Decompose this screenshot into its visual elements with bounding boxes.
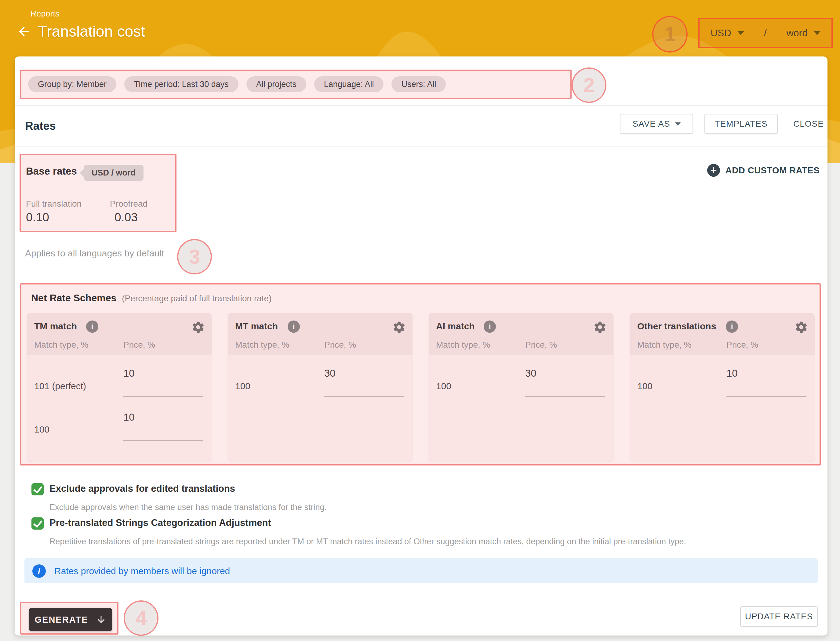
- price-input[interactable]: 30: [525, 367, 605, 397]
- price-value: 10: [123, 367, 135, 379]
- info-banner: Rates provided by members will be ignore…: [24, 558, 818, 583]
- net-rate-schemes-title: Net Rate Schemes: [31, 292, 116, 304]
- match-type-value: 100: [34, 424, 50, 435]
- chevron-down-icon: [675, 122, 680, 126]
- annotation-step-2-number: 2: [584, 74, 595, 97]
- checkbox-exclude-approvals-description: Exclude approvals when the same user has…: [50, 503, 327, 512]
- currency-unit-separator: /: [764, 27, 767, 39]
- card-title: Other translations: [637, 321, 716, 332]
- currency-unit-badge: USD / word: [84, 165, 143, 181]
- breadcrumb[interactable]: Reports: [31, 9, 60, 19]
- price-input[interactable]: 10: [726, 367, 806, 397]
- rates-panel: Group by: Member Time period: Last 30 da…: [15, 56, 827, 636]
- currency-dropdown[interactable]: USD: [711, 27, 744, 39]
- chevron-down-icon: [814, 31, 821, 35]
- price-value: 10: [123, 411, 135, 423]
- price-input[interactable]: 10: [123, 411, 203, 441]
- annotation-step-1: 1: [652, 16, 688, 53]
- info-icon[interactable]: [288, 320, 300, 333]
- annotation-step-2: 2: [572, 68, 606, 103]
- input-underline: [26, 231, 89, 231]
- checkbox-exclude-approvals[interactable]: [31, 483, 44, 495]
- gear-icon[interactable]: [192, 320, 205, 334]
- price-column-label: Price, %: [525, 340, 557, 350]
- page-title-row: Translation cost: [16, 23, 145, 40]
- match-type-column-label: Match type, %: [235, 340, 289, 350]
- filter-chip-time-period[interactable]: Time period: Last 30 days: [124, 76, 239, 92]
- net-rate-card-ai-match: AI match Match type, % Price, % 100 30: [429, 313, 613, 462]
- annotation-step-4: 4: [124, 601, 158, 636]
- full-translation-input[interactable]: 0.10: [26, 211, 49, 224]
- net-rate-card-tm-match: TM match Match type, % Price, % 101 (per…: [27, 313, 211, 462]
- filter-chips-row: Group by: Member Time period: Last 30 da…: [21, 71, 571, 98]
- close-button[interactable]: CLOSE: [792, 114, 825, 134]
- add-custom-rates-button[interactable]: ADD CUSTOM RATES: [707, 164, 819, 177]
- currency-unit-selector-annotated: USD / word: [698, 18, 833, 48]
- filter-chip-language[interactable]: Language: All: [314, 76, 384, 92]
- card-title: TM match: [34, 321, 77, 332]
- net-rate-card-mt-match: MT match Match type, % Price, % 100 30: [228, 313, 413, 462]
- add-custom-rates-label: ADD CUSTOM RATES: [726, 166, 819, 176]
- price-input[interactable]: 10: [123, 367, 203, 397]
- annotation-box-generate: GENERATE: [20, 602, 118, 635]
- gear-icon[interactable]: [392, 320, 406, 334]
- gear-icon[interactable]: [593, 320, 607, 334]
- price-column-label: Price, %: [726, 340, 758, 350]
- save-as-label: SAVE AS: [632, 119, 670, 129]
- update-rates-label: UPDATE RATES: [745, 612, 813, 622]
- card-header: TM match Match type, % Price, %: [27, 313, 211, 355]
- filter-chip-users[interactable]: Users: All: [392, 76, 446, 92]
- annotation-step-3: 3: [177, 239, 212, 274]
- generate-button[interactable]: GENERATE: [29, 608, 112, 631]
- card-title: MT match: [235, 321, 278, 332]
- back-arrow-icon[interactable]: [16, 24, 31, 39]
- annotation-box-base-rates: Base rates USD / word Full translation 0…: [19, 154, 176, 232]
- card-title: AI match: [436, 321, 475, 332]
- filter-chip-group-by[interactable]: Group by: Member: [28, 76, 116, 92]
- price-value: 30: [525, 367, 537, 379]
- templates-button[interactable]: TEMPLATES: [705, 114, 778, 134]
- save-as-button[interactable]: SAVE AS: [620, 114, 693, 134]
- generate-label: GENERATE: [35, 615, 88, 625]
- net-rate-schemes-header: Net Rate Schemes (Percentage paid of ful…: [31, 292, 272, 304]
- chevron-down-icon: [737, 31, 744, 35]
- gear-icon[interactable]: [795, 320, 808, 334]
- checkbox-exclude-approvals-label: Exclude approvals for edited translation…: [50, 483, 235, 494]
- page-title: Translation cost: [38, 23, 145, 40]
- plus-icon: [707, 164, 720, 177]
- card-header: MT match Match type, % Price, %: [228, 313, 413, 355]
- net-rate-schemes-subtitle: (Percentage paid of full translation rat…: [122, 294, 271, 303]
- price-column-label: Price, %: [324, 340, 356, 350]
- match-type-value: 100: [637, 381, 653, 391]
- match-type-value: 101 (perfect): [34, 381, 86, 391]
- full-translation-label: Full translation: [26, 199, 82, 209]
- match-type-value: 100: [436, 381, 451, 391]
- filter-chip-projects[interactable]: All projects: [247, 76, 306, 92]
- match-type-column-label: Match type, %: [637, 340, 691, 350]
- annotation-box-net-rate-schemes: Net Rate Schemes (Percentage paid of ful…: [20, 283, 821, 465]
- unit-dropdown[interactable]: word: [787, 27, 821, 39]
- price-column-label: Price, %: [123, 340, 155, 350]
- annotation-step-4-number: 4: [135, 607, 147, 630]
- update-rates-button[interactable]: UPDATE RATES: [740, 606, 818, 627]
- unit-value: word: [787, 27, 808, 39]
- match-type-column-label: Match type, %: [436, 340, 490, 350]
- divider: [15, 147, 827, 147]
- match-type-value: 100: [235, 381, 250, 391]
- price-value: 10: [726, 367, 738, 379]
- price-value: 30: [324, 367, 335, 379]
- annotation-step-3-number: 3: [189, 245, 200, 268]
- proofread-input[interactable]: 0.03: [114, 211, 138, 224]
- proofread-label: Proofread: [110, 199, 147, 209]
- annotation-box-filters: Group by: Member Time period: Last 30 da…: [20, 69, 572, 99]
- checkbox-pretranslated-adjustment[interactable]: [31, 517, 44, 530]
- match-type-column-label: Match type, %: [34, 340, 88, 350]
- info-icon: [32, 564, 46, 578]
- base-rates-title: Base rates: [26, 166, 77, 177]
- arrow-down-icon: [96, 614, 106, 625]
- templates-label: TEMPLATES: [714, 119, 767, 129]
- price-input[interactable]: 30: [324, 367, 404, 397]
- info-icon[interactable]: [484, 320, 496, 333]
- info-icon[interactable]: [86, 320, 98, 333]
- info-icon[interactable]: [726, 320, 738, 333]
